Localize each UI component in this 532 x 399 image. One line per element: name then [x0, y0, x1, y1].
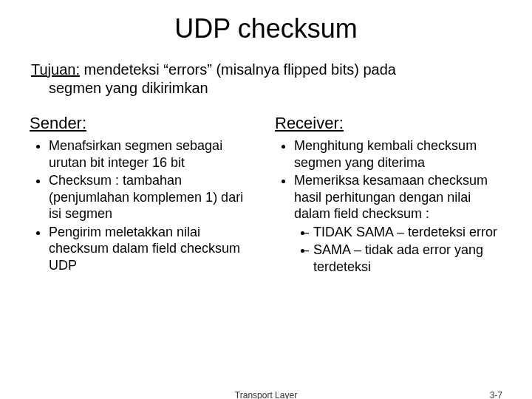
sub-list-item: TIDAK SAMA – terdeteksi error: [313, 224, 502, 241]
list-item: Menafsirkan segmen sebagai urutan bit in…: [49, 137, 257, 171]
list-item: Memeriksa kesamaan checksum hasil perhit…: [294, 172, 502, 275]
footer-label: Transport Layer: [235, 390, 297, 399]
receiver-heading: Receiver:: [275, 114, 502, 133]
slide-title: UDP checksum: [30, 13, 502, 44]
list-item: Pengirim meletakkan nilai checksum dalam…: [49, 224, 257, 274]
page-number: 3-7: [490, 390, 502, 399]
receiver-column: Receiver: Menghitung kembali checksum se…: [275, 114, 502, 276]
goal-paragraph: Tujuan: mendeteksi “errors” (misalnya fl…: [30, 61, 502, 98]
goal-label: Tujuan:: [31, 61, 80, 78]
sub-list-item: SAMA – tidak ada error yang terdeteksi: [313, 242, 502, 275]
list-item: Checksum : tambahan (penjumlahan komplem…: [49, 172, 257, 222]
sender-column: Sender: Menafsirkan segmen sebagai uruta…: [30, 114, 257, 276]
list-item: Menghitung kembali checksum segmen yang …: [294, 137, 502, 171]
sender-heading: Sender:: [30, 114, 257, 133]
goal-text-1: mendeteksi “errors” (misalnya flipped bi…: [80, 61, 396, 78]
list-item-text: Memeriksa kesamaan checksum hasil perhit…: [294, 173, 488, 221]
goal-text-2: segmen yang dikirimkan: [31, 80, 208, 96]
